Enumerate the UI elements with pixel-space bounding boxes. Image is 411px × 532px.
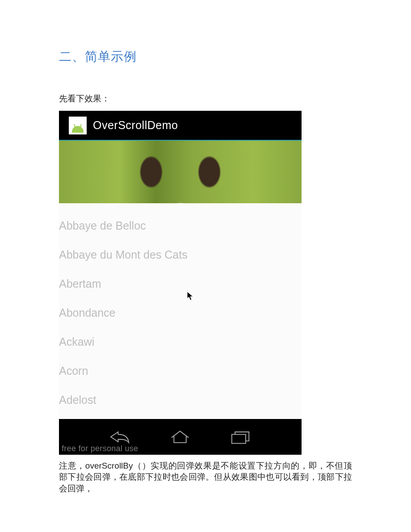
list-item[interactable]: Adelost bbox=[59, 385, 302, 415]
list-view[interactable]: Abbaye de Belloc Abbaye du Mont des Cats… bbox=[59, 203, 302, 419]
list-item[interactable]: Acorn bbox=[59, 356, 302, 385]
home-icon[interactable] bbox=[166, 428, 194, 446]
header-image bbox=[59, 140, 302, 203]
cursor-icon bbox=[187, 291, 194, 301]
intro-text: 先看下效果： bbox=[59, 93, 352, 105]
list-item[interactable]: Abbaye de Belloc bbox=[59, 211, 302, 240]
recents-icon[interactable] bbox=[226, 428, 255, 446]
android-nav-bar: free for personal use bbox=[59, 419, 302, 455]
list-item[interactable]: Abertam bbox=[59, 269, 302, 298]
list-item[interactable]: Abondance bbox=[59, 298, 302, 327]
app-title: OverScrollDemo bbox=[93, 119, 178, 132]
list-item[interactable]: Ackawi bbox=[59, 327, 302, 356]
section-heading: 二、简单示例 bbox=[59, 48, 352, 65]
body-paragraph: 注意，overScrollBy（）实现的回弹效果是不能设置下拉方向的，即，不但顶… bbox=[59, 460, 352, 494]
app-title-bar: OverScrollDemo bbox=[59, 111, 302, 140]
svg-rect-0 bbox=[232, 435, 246, 444]
back-icon[interactable] bbox=[106, 428, 134, 446]
list-item[interactable]: Abbaye du Mont des Cats bbox=[59, 240, 302, 269]
android-icon bbox=[69, 117, 87, 134]
demo-screenshot: OverScrollDemo Abbaye de Belloc Abbaye d… bbox=[59, 111, 302, 455]
